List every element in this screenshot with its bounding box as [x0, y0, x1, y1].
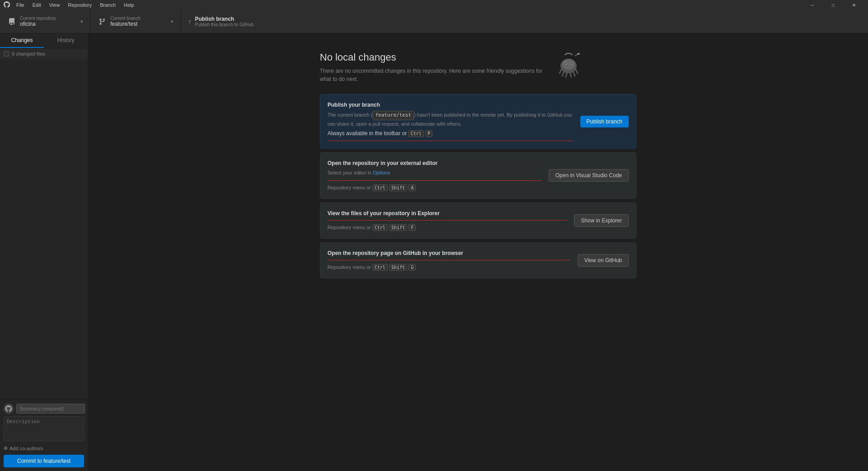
publish-branch-card: Publish your branch The current branch (…: [320, 94, 636, 149]
summary-input[interactable]: [16, 404, 85, 414]
repo-text: Current repository oficina: [20, 16, 77, 27]
github-card-content: Open the repository page on GitHub in yo…: [320, 243, 636, 278]
menu-edit[interactable]: Edit: [29, 1, 45, 9]
repo-name: oficina: [20, 21, 77, 27]
branch-text: Current branch feature/test: [110, 16, 167, 27]
menu-branch[interactable]: Branch: [96, 1, 119, 9]
explorer-key-shift: Shift: [389, 224, 407, 231]
content-inner: No local changes There are no uncommitte…: [320, 52, 636, 282]
avatar: [4, 404, 14, 414]
changed-files-row: 0 changed files: [4, 51, 84, 57]
repo-selector[interactable]: Current repository oficina ▾: [0, 10, 90, 33]
editor-card-title: Open the repository in your external edi…: [327, 160, 541, 166]
main-layout: Changes History 0 changed files ⊕: [0, 33, 868, 471]
no-changes-text: No local changes There are no uncommitte…: [320, 52, 546, 83]
options-link[interactable]: Options: [373, 170, 390, 175]
page-description: There are no uncommitted changes in this…: [320, 67, 546, 83]
sidebar: Changes History 0 changed files ⊕: [0, 33, 88, 471]
github-shortcut: Repository menu or Ctrl Shift G: [327, 260, 570, 271]
view-on-github-button[interactable]: View on GitHub: [578, 254, 629, 267]
add-coauthor-label: Add co-authors: [9, 446, 43, 451]
summary-row: [4, 404, 84, 414]
publish-icon: ↑: [188, 18, 191, 25]
publish-sub: Publish this branch to GitHub: [195, 22, 254, 27]
repo-label: Current repository: [20, 16, 77, 21]
app-logo: [4, 1, 10, 9]
explorer-card: View the files of your repository in Exp…: [320, 203, 636, 239]
menu-bar: File Edit View Repository Branch Help: [13, 1, 138, 9]
explorer-card-title: View the files of your repository in Exp…: [327, 210, 567, 217]
menu-view[interactable]: View: [46, 1, 64, 9]
content-area: No local changes There are no uncommitte…: [88, 33, 868, 471]
explorer-card-content: View the files of your repository in Exp…: [320, 203, 636, 238]
commit-button[interactable]: Commit to feature/test: [4, 455, 84, 467]
editor-card-desc: Select your editor in Options: [327, 169, 541, 177]
publish-desc-prefix: The current branch (: [327, 112, 373, 118]
changed-files-section: 0 changed files: [0, 48, 88, 59]
octopus-illustration: [555, 52, 582, 79]
branch-selector[interactable]: Current branch feature/test ▾: [90, 10, 181, 33]
publish-card-title: Publish your branch: [327, 102, 573, 108]
publish-branch-badge: feature/test: [373, 111, 414, 120]
branch-arrow-icon: ▾: [171, 19, 173, 24]
menu-help[interactable]: Help: [120, 1, 138, 9]
close-button[interactable]: ✕: [844, 0, 864, 10]
publish-branch-button[interactable]: ↑ Publish branch Publish this branch to …: [181, 10, 271, 33]
publish-card-content: Publish your branch The current branch (…: [320, 94, 636, 148]
explorer-key-ctrl: Ctrl: [372, 224, 388, 231]
repo-arrow-icon: ▾: [81, 19, 83, 24]
titlebar: File Edit View Repository Branch Help ─ …: [0, 0, 868, 10]
add-coauthor-icon: ⊕: [4, 445, 8, 451]
github-card-title: Open the repository page on GitHub in yo…: [327, 250, 570, 256]
svg-point-4: [565, 63, 567, 64]
no-changes-header: No local changes There are no uncommitte…: [320, 52, 636, 83]
editor-key-ctrl: Ctrl: [372, 184, 388, 191]
menu-file[interactable]: File: [13, 1, 28, 9]
window-controls: ─ □ ✕: [802, 0, 864, 10]
changed-files-count: 0 changed files: [12, 51, 45, 57]
sidebar-tabs: Changes History: [0, 33, 88, 48]
maximize-button[interactable]: □: [823, 0, 844, 10]
editor-card-left: Open the repository in your external edi…: [327, 160, 541, 191]
tab-history[interactable]: History: [44, 33, 88, 48]
svg-point-7: [577, 53, 580, 55]
editor-card-content: Open the repository in your external edi…: [320, 153, 636, 198]
tab-changes[interactable]: Changes: [0, 33, 44, 48]
publish-card-desc: The current branch (feature/test) hasn't…: [327, 111, 573, 127]
repo-icon: [7, 17, 16, 26]
github-card: Open the repository page on GitHub in yo…: [320, 242, 636, 278]
open-editor-button[interactable]: Open in Visual Studio Code: [549, 169, 629, 182]
add-coauthor-button[interactable]: ⊕ Add co-authors: [4, 445, 84, 451]
github-shortcut-prefix: Repository menu or: [327, 264, 371, 270]
github-card-left: Open the repository page on GitHub in yo…: [327, 250, 570, 271]
explorer-shortcut: Repository menu or Ctrl Shift F: [327, 220, 567, 231]
select-all-checkbox[interactable]: [4, 51, 9, 57]
publish-shortcut: Always available in the toolbar or Ctrl …: [327, 130, 573, 141]
minimize-button[interactable]: ─: [802, 0, 823, 10]
publish-label: Publish branch: [195, 16, 254, 22]
explorer-shortcut-prefix: Repository menu or: [327, 225, 371, 230]
svg-point-5: [571, 63, 572, 64]
branch-name: feature/test: [110, 21, 167, 27]
branch-label: Current branch: [110, 16, 167, 21]
publish-text: Publish branch Publish this branch to Gi…: [195, 16, 254, 27]
explorer-key-f: F: [408, 224, 416, 231]
publish-shortcut-text: Always available in the toolbar or: [327, 130, 407, 137]
github-key-ctrl: Ctrl: [372, 264, 388, 271]
description-textarea[interactable]: [4, 416, 84, 441]
publish-key-p: P: [425, 130, 432, 137]
editor-shortcut: Repository menu or Ctrl Shift A: [327, 180, 541, 191]
editor-card: Open the repository in your external edi…: [320, 152, 636, 199]
page-title: No local changes: [320, 52, 546, 63]
editor-desc-prefix: Select your editor in: [327, 170, 373, 175]
show-explorer-button[interactable]: Show in Explorer: [574, 214, 629, 227]
explorer-card-left: View the files of your repository in Exp…: [327, 210, 567, 231]
branch-icon: [98, 17, 107, 26]
svg-line-6: [575, 54, 578, 56]
editor-key-shift: Shift: [389, 184, 407, 191]
publish-branch-action-button[interactable]: Publish branch: [580, 116, 629, 127]
editor-key-a: A: [408, 184, 416, 191]
publish-card-left: Publish your branch The current branch (…: [327, 102, 573, 141]
publish-key-ctrl: Ctrl: [408, 130, 424, 137]
menu-repository[interactable]: Repository: [64, 1, 95, 9]
